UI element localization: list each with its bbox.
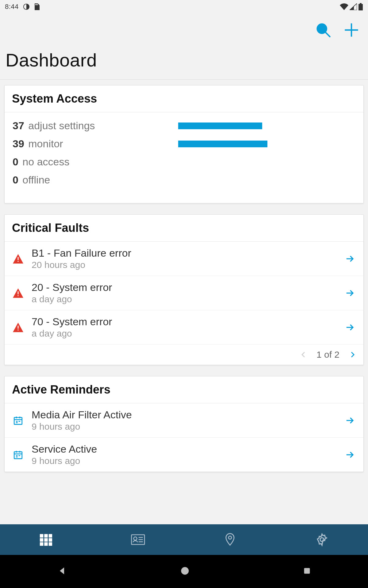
battery-icon bbox=[358, 3, 363, 10]
nav-home-icon[interactable] bbox=[180, 566, 190, 577]
app-bar: Dashboard bbox=[0, 13, 368, 80]
svg-rect-1 bbox=[35, 4, 36, 5]
sd-card-icon bbox=[34, 3, 40, 10]
system-access-bar bbox=[178, 141, 267, 147]
system-access-row: 0 no access bbox=[13, 156, 355, 168]
list-item-sub: 9 hours ago bbox=[32, 456, 336, 466]
critical-faults-pager: 1 of 2 bbox=[5, 344, 363, 365]
list-item-title: B1 - Fan Failure error bbox=[32, 247, 336, 259]
list-item-open[interactable] bbox=[344, 254, 356, 263]
system-access-card: System Access 37 adjust settings39 monit… bbox=[4, 85, 364, 203]
active-reminders-header: Active Reminders bbox=[5, 376, 363, 403]
list-item-open[interactable] bbox=[344, 288, 356, 298]
list-item-title: Service Active bbox=[32, 443, 336, 455]
arrow-right-icon bbox=[344, 288, 355, 298]
list-item[interactable]: Service Active9 hours ago bbox=[5, 437, 363, 472]
system-access-bar-track bbox=[178, 177, 350, 183]
data-saver-icon bbox=[23, 3, 30, 10]
arrow-right-icon bbox=[344, 323, 355, 332]
wifi-icon bbox=[340, 3, 348, 10]
list-item-title: 20 - System error bbox=[32, 281, 336, 293]
system-access-label: 39 monitor bbox=[13, 138, 178, 150]
svg-rect-16 bbox=[18, 326, 19, 329]
bottom-tab-bar bbox=[0, 524, 368, 555]
svg-rect-3 bbox=[37, 4, 38, 5]
system-access-bar-track bbox=[178, 123, 350, 129]
svg-rect-41 bbox=[40, 543, 43, 546]
svg-rect-39 bbox=[44, 538, 48, 541]
svg-rect-11 bbox=[18, 261, 19, 262]
warning-icon bbox=[13, 254, 23, 264]
svg-rect-38 bbox=[40, 538, 43, 541]
system-access-label: 37 adjust settings bbox=[13, 120, 178, 132]
svg-rect-52 bbox=[304, 568, 310, 574]
system-access-row: 0 offline bbox=[13, 174, 355, 186]
nav-back-icon[interactable] bbox=[57, 566, 67, 577]
warning-icon bbox=[13, 322, 23, 332]
svg-point-51 bbox=[181, 567, 189, 575]
list-item-open[interactable] bbox=[344, 450, 356, 459]
contacts-icon bbox=[131, 533, 145, 547]
content-scroll: System Access 37 adjust settings39 monit… bbox=[0, 80, 368, 524]
svg-rect-36 bbox=[44, 534, 48, 537]
svg-rect-13 bbox=[18, 291, 19, 294]
svg-rect-35 bbox=[40, 534, 43, 537]
nav-recent-icon[interactable] bbox=[303, 567, 311, 576]
svg-rect-27 bbox=[14, 452, 22, 459]
svg-point-49 bbox=[228, 536, 232, 539]
svg-rect-4 bbox=[360, 3, 362, 4]
list-item-sub: 9 hours ago bbox=[32, 421, 336, 432]
add-icon[interactable] bbox=[343, 22, 359, 39]
tab-contacts[interactable] bbox=[92, 524, 184, 555]
system-access-bar-track bbox=[178, 141, 350, 147]
arrow-right-icon bbox=[344, 416, 355, 425]
svg-rect-43 bbox=[49, 543, 52, 546]
list-item-title: 70 - System error bbox=[32, 316, 336, 328]
list-item-open[interactable] bbox=[344, 416, 356, 425]
svg-point-45 bbox=[134, 537, 137, 540]
active-reminders-card: Active Reminders Media Air Filter Active… bbox=[4, 376, 364, 472]
svg-rect-40 bbox=[49, 538, 52, 541]
list-item[interactable]: B1 - Fan Failure error20 hours ago bbox=[5, 242, 363, 276]
system-access-header: System Access bbox=[5, 85, 363, 112]
list-item-sub: 20 hours ago bbox=[32, 260, 336, 270]
svg-rect-10 bbox=[18, 257, 19, 260]
tab-settings[interactable] bbox=[276, 524, 368, 555]
system-access-bar bbox=[178, 123, 262, 129]
android-nav-bar bbox=[0, 555, 368, 588]
svg-rect-2 bbox=[36, 4, 37, 5]
list-item[interactable]: 70 - System errora day ago bbox=[5, 310, 363, 344]
list-item[interactable]: 20 - System errora day ago bbox=[5, 276, 363, 310]
calendar-icon bbox=[13, 415, 23, 426]
arrow-right-icon bbox=[344, 450, 355, 459]
tab-location[interactable] bbox=[184, 524, 276, 555]
critical-faults-card: Critical Faults B1 - Fan Failure error20… bbox=[4, 214, 364, 365]
svg-rect-14 bbox=[18, 295, 19, 296]
critical-faults-header: Critical Faults bbox=[5, 215, 363, 242]
list-item-sub: a day ago bbox=[32, 328, 336, 339]
list-item-title: Media Air Filter Active bbox=[32, 409, 336, 421]
system-access-label: 0 offline bbox=[13, 174, 178, 186]
location-pin-icon bbox=[223, 533, 237, 547]
system-access-row: 39 monitor bbox=[13, 138, 355, 150]
grid-icon bbox=[39, 533, 53, 547]
svg-line-7 bbox=[325, 32, 330, 37]
system-access-row: 37 adjust settings bbox=[13, 120, 355, 132]
list-item-open[interactable] bbox=[344, 323, 356, 332]
svg-rect-37 bbox=[49, 534, 52, 537]
gear-icon bbox=[315, 533, 329, 547]
page-title: Dashboard bbox=[6, 50, 362, 71]
cell-signal-icon bbox=[350, 3, 357, 10]
list-item[interactable]: Media Air Filter Active9 hours ago bbox=[5, 403, 363, 437]
svg-rect-19 bbox=[14, 417, 22, 424]
arrow-right-icon bbox=[344, 254, 355, 263]
status-time: 8:44 bbox=[5, 3, 19, 11]
search-icon[interactable] bbox=[315, 22, 331, 39]
tab-dashboard[interactable] bbox=[0, 524, 92, 555]
pager-prev-icon bbox=[300, 350, 307, 359]
warning-icon bbox=[13, 288, 23, 298]
calendar-icon bbox=[13, 450, 23, 460]
list-item-sub: a day ago bbox=[32, 294, 336, 304]
pager-label: 1 of 2 bbox=[316, 349, 339, 360]
pager-next-icon[interactable] bbox=[349, 350, 356, 359]
